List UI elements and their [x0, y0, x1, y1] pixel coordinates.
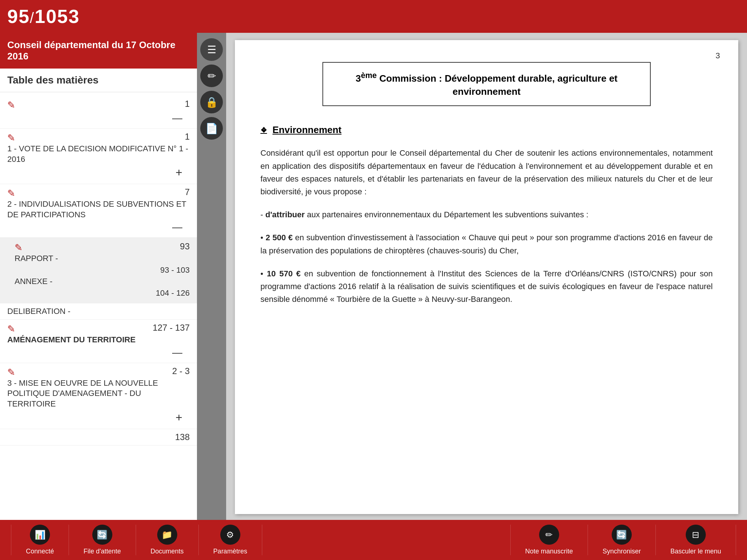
- edit-icon-6: ✎: [7, 367, 15, 378]
- bottom-bar: 📊 Connecté 🔄 File d'attente 📁 Documents …: [0, 520, 747, 560]
- toc-sub-rapport[interactable]: ✎ 93 RAPPORT - 93 - 103 ANNEXE - 104 - 1…: [0, 238, 197, 303]
- toc-item-deliberation[interactable]: DELIBERATION -: [0, 303, 197, 320]
- bottom-right-btns: ✏ Note manuscrite 🔄 Synchroniser ⊟ Bascu…: [510, 525, 736, 555]
- edit-icon-rapport: ✎: [15, 242, 23, 253]
- total-pages: 1053: [35, 6, 80, 27]
- doc-viewer[interactable]: 3 3ème Commission : Développement durabl…: [226, 33, 747, 520]
- page-range-annexe: 104 - 126: [156, 288, 190, 298]
- doc-page: 3 3ème Commission : Développement durabl…: [235, 40, 738, 514]
- bottom-btn-synchroniser[interactable]: 🔄 Synchroniser: [588, 525, 656, 555]
- edit-icon-1: ✎: [7, 100, 15, 111]
- toolbar-btn-bookmark[interactable]: 🔒: [200, 91, 223, 113]
- toolbar-btn-list[interactable]: ☰: [200, 38, 223, 61]
- section-title-text: Environnement: [272, 124, 341, 136]
- pencil-icon: ✏: [208, 70, 216, 82]
- commission-title: 3ème Commission : Développement durable,…: [338, 70, 635, 98]
- note-manuscrite-icon: ✏: [539, 525, 559, 545]
- page-num-6: 2 - 3: [153, 366, 190, 376]
- toolbar-btn-edit[interactable]: ✏: [200, 65, 223, 87]
- session-header: Conseil départemental du 17 Octobre 2016: [0, 33, 197, 69]
- edit-icon-3: ✎: [7, 188, 15, 199]
- page-counter: 95/1053: [7, 5, 80, 27]
- commission-box: 3ème Commission : Développement durable,…: [322, 62, 651, 106]
- toc-sub-title-rapport: RAPPORT -: [15, 253, 190, 264]
- expand-icon-6[interactable]: +: [7, 409, 190, 426]
- paragraph-2: - d'attribuer aux partenaires environnem…: [260, 208, 713, 221]
- toc-header: Table des matières: [0, 69, 197, 92]
- toc-title-deliberation: DELIBERATION -: [7, 306, 190, 317]
- expand-icon-2[interactable]: +: [7, 164, 190, 181]
- parametres-icon: ⚙: [220, 525, 240, 545]
- page-num-3: 7: [153, 187, 190, 197]
- toc-item-1[interactable]: ✎ 1 —: [0, 96, 197, 129]
- bottom-btn-note-manuscrite[interactable]: ✏ Note manuscrite: [510, 525, 588, 555]
- current-page: 95: [7, 6, 30, 27]
- paragraph-1: Considérant qu'il est opportun pour le C…: [260, 147, 713, 198]
- page-num-1: 1: [153, 99, 190, 109]
- page-num-7: 138: [153, 432, 190, 442]
- collapse-icon-3[interactable]: —: [7, 220, 190, 234]
- paragraph-4: • 10 570 € en subvention de fonctionneme…: [260, 267, 713, 306]
- toc-item-7[interactable]: 138: [0, 429, 197, 446]
- file-attente-icon: 🔄: [92, 525, 112, 545]
- section-title: Environnement: [260, 124, 713, 136]
- toc-item-amenagement[interactable]: ✎ 127 - 137 AMÉNAGEMENT DU TERRITOIRE —: [0, 320, 197, 363]
- collapse-icon-amenagement[interactable]: —: [7, 345, 190, 360]
- bottom-btn-connecte[interactable]: 📊 Connecté: [11, 525, 69, 555]
- toc-title-6: 3 - MISE EN OEUVRE DE LA NOUVELLE POLITI…: [7, 378, 190, 409]
- copy-icon: 📄: [205, 122, 218, 135]
- right-toolbar: ☰ ✏ 🔒 📄: [197, 33, 226, 520]
- toc-title-amenagement: AMÉNAGEMENT DU TERRITOIRE: [7, 335, 190, 345]
- bottom-btn-parametres[interactable]: ⚙ Paramètres: [199, 525, 262, 555]
- file-attente-label: File d'attente: [84, 548, 121, 555]
- synchroniser-label: Synchroniser: [603, 548, 641, 555]
- bottom-btn-file-attente[interactable]: 🔄 File d'attente: [69, 525, 136, 555]
- basculer-menu-icon: ⊟: [686, 525, 706, 545]
- page-num-amenagement: 127 - 137: [153, 323, 190, 333]
- toolbar-btn-copy[interactable]: 📄: [200, 117, 223, 140]
- bottom-btn-documents[interactable]: 📁 Documents: [136, 525, 199, 555]
- edit-icon-2: ✎: [7, 132, 15, 144]
- left-panel: Conseil départemental du 17 Octobre 2016…: [0, 33, 197, 520]
- page-num-rapport: 93: [153, 241, 190, 252]
- edit-icon-amenagement: ✎: [7, 323, 15, 335]
- connecte-label: Connecté: [26, 548, 54, 555]
- note-manuscrite-label: Note manuscrite: [525, 548, 573, 555]
- toc-item-2[interactable]: ✎ 1 1 - VOTE DE LA DECISION MODIFICATIVE…: [0, 129, 197, 184]
- top-bar: 95/1053: [0, 0, 747, 33]
- toc-item-3[interactable]: ✎ 7 2 - INDIVIDUALISATIONS DE SUBVENTION…: [0, 184, 197, 238]
- toc-content[interactable]: ✎ 1 — ✎ 1 1 - VOTE DE LA DECISION MODIFI…: [0, 92, 197, 520]
- bookmark-icon: 🔒: [205, 96, 218, 108]
- list-icon: ☰: [207, 44, 216, 56]
- bottom-btn-basculer-menu[interactable]: ⊟ Basculer le menu: [656, 525, 736, 555]
- basculer-menu-label: Basculer le menu: [670, 548, 721, 555]
- toc-title-2: 1 - VOTE DE LA DECISION MODIFICATIVE N° …: [7, 144, 190, 164]
- main-area: Conseil départemental du 17 Octobre 2016…: [0, 33, 747, 520]
- documents-icon: 📁: [157, 525, 177, 545]
- page-separator: /: [30, 10, 35, 26]
- connecte-icon: 📊: [30, 525, 50, 545]
- collapse-icon-1[interactable]: —: [7, 111, 190, 125]
- toc-item-6[interactable]: ✎ 2 - 3 3 - MISE EN OEUVRE DE LA NOUVELL…: [0, 363, 197, 429]
- page-num-2: 1: [153, 132, 190, 142]
- toc-title-3: 2 - INDIVIDUALISATIONS DE SUBVENTIONS ET…: [7, 199, 190, 220]
- parametres-label: Paramètres: [213, 548, 247, 555]
- synchroniser-icon: 🔄: [612, 525, 632, 545]
- paragraph-3: • 2 500 € en subvention d'investissement…: [260, 231, 713, 257]
- doc-page-number: 3: [716, 51, 720, 61]
- page-range-rapport: 93 - 103: [160, 265, 190, 275]
- documents-label: Documents: [151, 548, 184, 555]
- toc-sub-title-annexe: ANNEXE -: [15, 276, 190, 287]
